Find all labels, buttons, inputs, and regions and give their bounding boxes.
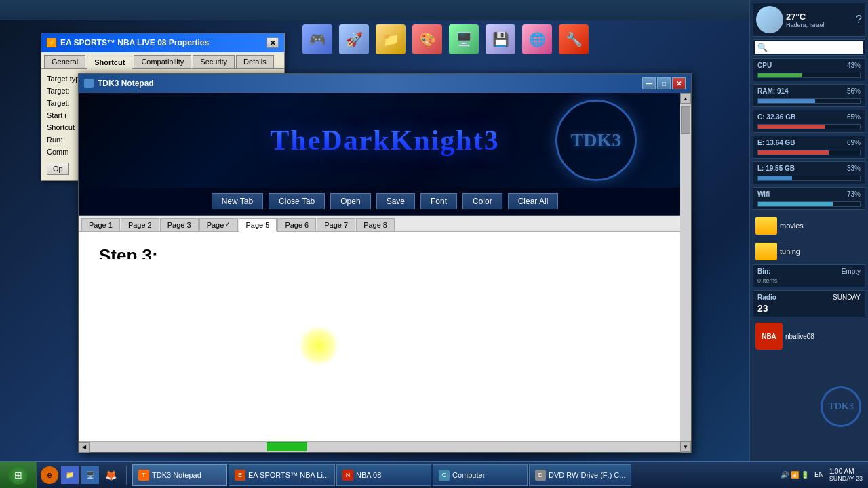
taskbar-item-computer[interactable]: C Computer <box>433 464 528 486</box>
wifi-fill <box>758 202 833 206</box>
search-input-container[interactable]: 🔍 <box>755 41 863 54</box>
page-tab-6[interactable]: Page 6 <box>277 218 316 231</box>
wifi-section: Wifi 73% <box>753 187 865 210</box>
day-label: SUNDAY <box>829 475 854 482</box>
page-tab-8[interactable]: Page 8 <box>356 218 395 231</box>
new-tab-button[interactable]: New Tab <box>212 193 263 209</box>
ea-taskbar-icon: E <box>235 470 245 481</box>
notepad-hscrollbar[interactable]: ◀ ▶ <box>79 441 691 452</box>
start-icon: ⊞ <box>9 466 28 485</box>
ram-bar <box>757 98 861 104</box>
time-display: 1:00 AM <box>829 468 863 475</box>
page-tab-5[interactable]: Page 5 <box>239 218 277 232</box>
taskbar-item-nba[interactable]: N NBA 08 <box>336 464 431 486</box>
bin-value: Empty <box>842 268 861 277</box>
taskbar-item-dvd[interactable]: D DVD RW Drive (F:) C... <box>529 464 631 486</box>
taskbar: ⊞ e 📁 🖥️ 🦊 T TDK3 Notepad E EA SPORTS™ N… <box>0 461 868 488</box>
taskbar-item-notepad[interactable]: T TDK3 Notepad <box>132 464 227 486</box>
dialog-title: EA SPORTS™ NBA LIVE 08 Properties <box>60 38 209 47</box>
clock-display: 1:00 AM SUNDAY 23 <box>829 468 863 482</box>
desktop-icon-3[interactable]: 📁 <box>376 24 406 54</box>
hscroll-left-arrow[interactable]: ◀ <box>79 442 90 453</box>
notepad-window: TDK3 Notepad — □ ✕ TheDarkKnight3 TDK3 N… <box>78 73 692 453</box>
dialog-titlebar: ⚡ EA SPORTS™ NBA LIVE 08 Properties ✕ <box>41 33 284 52</box>
disk-e-fill <box>758 150 829 155</box>
open-dialog-button[interactable]: Op <box>47 163 69 175</box>
desktop-icon-4[interactable]: 🎨 <box>412 24 442 54</box>
cpu-bar <box>757 73 861 78</box>
location: Hadera, Israel <box>786 22 825 28</box>
computer-taskbar-label: Computer <box>452 471 485 479</box>
language-indicator: EN <box>814 471 824 479</box>
tdk3-watermark: TDK3 <box>821 386 861 427</box>
desktop-icon-6[interactable]: 💾 <box>486 24 515 54</box>
page-tab-2[interactable]: Page 2 <box>121 218 159 231</box>
nbalive-icon[interactable]: NBA <box>755 323 783 350</box>
desktop-icon-7[interactable]: 🌐 <box>522 24 552 54</box>
notepad-banner: TheDarkKnight3 TDK3 <box>79 93 691 188</box>
tab-compatibility[interactable]: Compatibility <box>134 55 191 68</box>
page-tab-1[interactable]: Page 1 <box>81 218 120 231</box>
tab-details[interactable]: Details <box>236 55 274 68</box>
tab-shortcut[interactable]: Shortcut <box>87 56 132 69</box>
tuning-folder[interactable]: tuning <box>753 239 865 264</box>
font-button[interactable]: Font <box>420 193 457 209</box>
dialog-close-button[interactable]: ✕ <box>267 37 279 48</box>
color-button[interactable]: Color <box>462 193 502 209</box>
disk-e-section: E: 13.64 GB 69% <box>753 136 865 159</box>
close-tab-button[interactable]: Close Tab <box>269 193 325 209</box>
help-icon[interactable]: ? <box>856 14 862 26</box>
notepad-title-text: TDK3 Notepad <box>98 79 638 88</box>
taskbar-item-ea[interactable]: E EA SPORTS™ NBA Li... <box>229 464 335 486</box>
movies-folder-label: movies <box>780 222 804 230</box>
temperature: 27°C <box>786 12 825 22</box>
taskbar-ie-icon[interactable]: e <box>41 466 58 484</box>
nba-taskbar-icon: N <box>342 470 353 481</box>
page-tab-4[interactable]: Page 4 <box>199 218 238 231</box>
notepad-close-button[interactable]: ✕ <box>672 77 686 89</box>
taskbar-items: T TDK3 Notepad E EA SPORTS™ NBA Li... N … <box>130 462 775 488</box>
notepad-scrollbar[interactable]: ▲ ▼ <box>680 232 691 441</box>
taskbar-firefox-icon[interactable]: 🦊 <box>102 466 119 484</box>
notepad-taskbar-icon: T <box>138 470 149 481</box>
open-button[interactable]: Open <box>330 193 370 209</box>
desktop-icon-2[interactable]: 🚀 <box>339 24 369 54</box>
disk-l-bar <box>757 176 861 181</box>
tab-general[interactable]: General <box>44 55 85 68</box>
bin-label: Bin: <box>757 268 770 275</box>
ram-value: 56% <box>847 87 861 97</box>
page-tab-7[interactable]: Page 7 <box>317 218 355 231</box>
desktop-icons-bar: 🎮 🚀 📁 🎨 🖥️ 💾 🌐 🔧 <box>298 20 593 58</box>
desktop-icon-1[interactable]: 🎮 <box>302 24 332 54</box>
notepad-taskbar-label: TDK3 Notepad <box>152 471 201 479</box>
banner-title: TheDarkKnight3 <box>270 124 499 157</box>
notepad-maximize-button[interactable]: □ <box>657 77 671 89</box>
notepad-toolbar: New Tab Close Tab Open Save Font Color C… <box>79 188 691 216</box>
step-heading: Step 3: <box>99 245 671 259</box>
disk-c-bar <box>757 124 861 129</box>
save-button[interactable]: Save <box>376 193 415 209</box>
weather-widget: 27°C Hadera, Israel ? <box>753 3 865 37</box>
page-tab-3[interactable]: Page 3 <box>160 218 199 231</box>
taskbar-explorer-icon[interactable]: 🖥️ <box>81 466 99 484</box>
wifi-value: 73% <box>847 190 861 200</box>
taskbar-system-icons: e 📁 🖥️ 🦊 <box>37 466 123 484</box>
notepad-content-area: Step 3: Go to 'Crack' folder *sometimes,… <box>79 232 691 259</box>
taskbar-folder-icon[interactable]: 📁 <box>61 466 79 484</box>
system-tray: 🔊 📶 🔋 EN 1:00 AM SUNDAY 23 <box>775 468 868 482</box>
hscroll-track[interactable] <box>90 442 680 452</box>
cpu-value: 43% <box>847 62 861 71</box>
notepad-titlebar: TDK3 Notepad — □ ✕ <box>79 74 691 93</box>
ram-section: RAM: 914 56% <box>753 84 865 107</box>
desktop-icon-8[interactable]: 🔧 <box>559 24 589 54</box>
movies-folder[interactable]: movies <box>753 213 865 239</box>
computer-taskbar-icon: C <box>439 470 450 481</box>
start-button[interactable]: ⊞ <box>0 462 37 489</box>
notepad-minimize-button[interactable]: — <box>642 77 656 89</box>
nbalive-section: NBA nbalive08 <box>753 320 865 352</box>
tab-security[interactable]: Security <box>193 55 235 68</box>
disk-c-value: 65% <box>847 113 861 123</box>
clear-all-button[interactable]: Clear All <box>508 193 559 209</box>
desktop-icon-5[interactable]: 🖥️ <box>449 24 479 54</box>
hscroll-thumb[interactable] <box>267 442 307 451</box>
